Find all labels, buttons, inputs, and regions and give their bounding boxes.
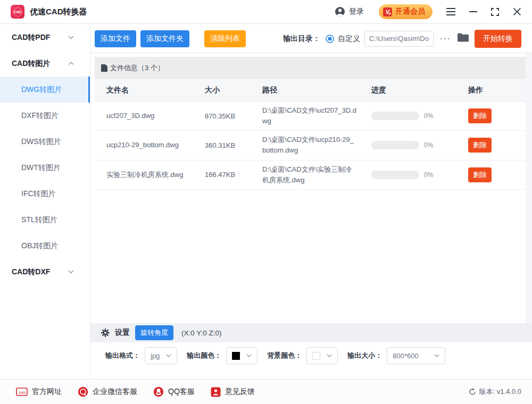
file-info-header: 文件信息（3 个） — [95, 57, 526, 79]
sidebar-item-dwg-to-image[interactable]: DWG转图片 — [0, 77, 90, 103]
browse-more-button[interactable]: ··· — [440, 34, 451, 43]
clear-list-button[interactable]: 清除列表 — [204, 30, 246, 47]
output-format-select[interactable]: jpg — [145, 347, 177, 364]
table-row: ucp210-29_bottom.dwg 360.31KB D:\桌面\CAD文… — [95, 131, 526, 160]
file-info-title: 文件信息（3 个） — [110, 63, 164, 73]
version-label: 版本: v1.4.0.0 — [479, 387, 521, 397]
qq-service-link[interactable]: QQ客服 — [153, 386, 195, 397]
output-path-input[interactable] — [364, 31, 434, 47]
feedback-icon — [211, 387, 221, 397]
sidebar-item-dwt-to-image[interactable]: DWT转图片 — [0, 155, 90, 181]
refresh-icon[interactable] — [469, 388, 476, 395]
file-name: ucp210-29_bottom.dwg — [106, 140, 205, 150]
file-name: ucf207_3D.dwg — [106, 111, 205, 121]
progress-bar — [371, 141, 419, 149]
output-format-label: 输出格式： — [105, 351, 140, 360]
login-button[interactable]: 登录 — [335, 6, 364, 17]
open-folder-icon[interactable] — [458, 33, 469, 44]
sidebar-item-obj-to-image[interactable]: OBJ转图片 — [0, 233, 90, 259]
white-color-swatch — [312, 352, 320, 360]
login-label: 登录 — [349, 7, 364, 16]
delete-button[interactable]: 删除 — [468, 138, 492, 153]
footer: .com 官方网址 企业微信客服 QQ客服 意见反馈 — [0, 379, 532, 404]
file-size: 166.47KB — [205, 171, 262, 179]
sidebar-item-dxf-to-image[interactable]: DXF转图片 — [0, 103, 90, 129]
file-path: D:\桌面\CAD文件\实验三制冷机房系统.dwg — [262, 164, 371, 186]
title-bar: CAD 优速CAD转换器 登录 VIP 开通会员 — [0, 0, 532, 24]
output-size-label: 输出大小： — [347, 351, 382, 360]
chevron-down-icon — [246, 354, 252, 357]
rotate-angle-button[interactable]: 旋转角度 — [135, 325, 173, 340]
table-row: 实验三制冷机房系统.dwg 166.47KB D:\桌面\CAD文件\实验三制冷… — [95, 161, 526, 190]
add-folder-button[interactable]: 添加文件夹 — [140, 30, 189, 47]
feedback-link[interactable]: 意见反馈 — [211, 387, 255, 397]
delete-button[interactable]: 删除 — [468, 108, 492, 123]
output-dir-label: 输出目录： — [283, 34, 320, 44]
menu-icon[interactable] — [446, 8, 455, 15]
chevron-down-icon — [434, 354, 439, 357]
output-size-select[interactable]: 800*600 — [387, 347, 445, 364]
file-path: D:\桌面\CAD文件\ucf207_3D.dwg — [262, 105, 371, 127]
chevron-down-icon — [68, 36, 74, 39]
scrollbar-gutter[interactable] — [526, 53, 532, 323]
settings-bar: 设置 旋转角度 (X:0 Y:0 Z:0) — [90, 323, 532, 342]
wechat-service-link[interactable]: 企业微信客服 — [78, 386, 137, 397]
custom-dir-radio-label: 自定义 — [338, 34, 360, 44]
col-progress: 进度 — [371, 86, 468, 95]
sidebar-item-ifc-to-image[interactable]: IFC转图片 — [0, 181, 90, 207]
sidebar-group-cad-to-image[interactable]: CAD转图片 — [0, 50, 90, 77]
version-info: 版本: v1.4.0.0 — [469, 387, 521, 397]
add-file-button[interactable]: 添加文件 — [95, 30, 136, 47]
svg-text:.com: .com — [18, 391, 26, 394]
close-icon[interactable] — [513, 7, 521, 16]
file-size: 870.35KB — [205, 112, 262, 120]
custom-dir-radio[interactable]: 自定义 — [326, 34, 360, 44]
output-size-value: 800*600 — [393, 352, 418, 360]
output-options-bar: 输出格式： jpg 输出颜色： 背景颜色： — [90, 342, 532, 369]
progress-bar — [371, 112, 419, 120]
col-filename: 文件名 — [106, 86, 205, 95]
app-logo-icon: CAD — [11, 5, 24, 19]
chevron-down-icon — [68, 270, 74, 274]
file-name: 实验三制冷机房系统.dwg — [106, 170, 205, 180]
file-size: 360.31KB — [205, 141, 262, 149]
sidebar-item-dws-to-image[interactable]: DWS转图片 — [0, 129, 90, 155]
gear-icon — [101, 329, 110, 337]
output-color-select[interactable] — [226, 347, 257, 364]
file-list-area: 文件信息（3 个） 文件名 大小 路径 进度 操作 ucf207_3D.dwg … — [90, 53, 532, 323]
sidebar-item-stl-to-image[interactable]: STL转图片 — [0, 207, 90, 233]
radio-selected-icon — [326, 35, 334, 43]
open-vip-button[interactable]: VIP 开通会员 — [379, 4, 433, 19]
col-action: 操作 — [468, 86, 526, 95]
rotation-readout: (X:0 Y:0 Z:0) — [181, 329, 222, 337]
table-header-row: 文件名 大小 路径 进度 操作 — [95, 79, 526, 102]
background-color-label: 背景颜色： — [267, 351, 302, 360]
output-color-label: 输出颜色： — [187, 351, 221, 360]
output-format-value: jpg — [151, 352, 160, 360]
file-path: D:\桌面\CAD文件\ucp210-29_bottom.dwg — [262, 134, 371, 156]
progress-label: 0% — [424, 112, 433, 120]
delete-button[interactable]: 删除 — [468, 167, 492, 182]
official-website-link[interactable]: .com 官方网址 — [16, 387, 62, 397]
maximize-icon[interactable] — [491, 8, 499, 16]
start-convert-button[interactable]: 开始转换 — [475, 30, 521, 48]
qq-icon — [153, 386, 164, 397]
progress-bar — [371, 171, 419, 179]
sidebar: CAD转PDF CAD转图片 DWG转图片 DXF转图片 DWS转图片 DWT转… — [0, 24, 90, 379]
settings-label: 设置 — [115, 328, 130, 338]
progress-label: 0% — [424, 171, 433, 179]
document-icon — [101, 64, 107, 72]
col-path: 路径 — [262, 86, 371, 95]
user-avatar-icon — [335, 6, 345, 17]
background-color-select[interactable] — [306, 347, 338, 364]
minimize-icon[interactable] — [469, 11, 477, 12]
sidebar-group-cad-to-pdf[interactable]: CAD转PDF — [0, 24, 90, 50]
toolbar: 添加文件 添加文件夹 清除列表 输出目录： 自定义 ··· 开始转换 — [90, 24, 532, 53]
sidebar-group-cad-to-dxf[interactable]: CAD转DXF — [0, 259, 90, 285]
wechat-service-icon — [78, 386, 88, 397]
chevron-up-icon — [68, 62, 74, 65]
chevron-down-icon — [166, 354, 171, 357]
black-color-swatch — [232, 352, 240, 360]
vip-label: 开通会员 — [395, 7, 425, 16]
website-com-icon: .com — [16, 388, 28, 396]
